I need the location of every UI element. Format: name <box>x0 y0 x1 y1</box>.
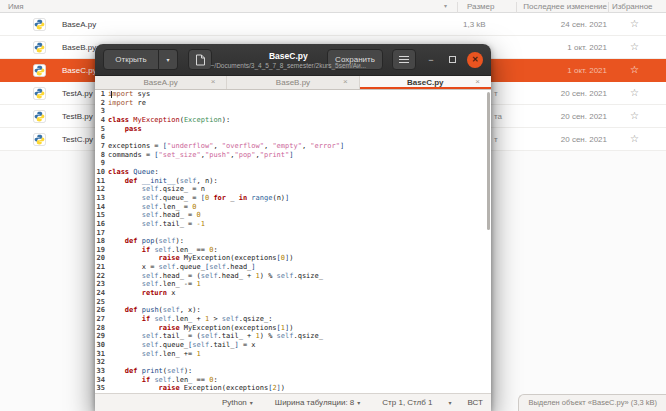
column-divider <box>457 2 458 13</box>
star-icon[interactable]: ☆ <box>630 18 639 30</box>
code-lines: 1import sys2import re34class MyException… <box>95 90 491 393</box>
line-number: 14 <box>95 203 108 212</box>
line-number: 7 <box>95 142 108 151</box>
code-line: 20 raise MyException(exceptions[0]) <box>95 254 491 263</box>
code-editor-area[interactable]: 1import sys2import re34class MyException… <box>95 90 491 393</box>
new-document-button[interactable] <box>188 49 212 70</box>
code-line: 9 <box>95 159 491 168</box>
code-line: 5 pass <box>95 125 491 134</box>
close-button[interactable]: ✕ <box>467 52 483 68</box>
open-button[interactable]: Открыть <box>103 49 159 70</box>
line-number: 23 <box>95 280 108 289</box>
column-header-starred[interactable]: Избранное <box>612 2 653 11</box>
file-modified-date: 20 сен. 2021 <box>561 135 607 144</box>
line-number: 27 <box>95 315 108 324</box>
line-number: 16 <box>95 220 108 229</box>
code-line: 6 <box>95 133 491 142</box>
tab-basea[interactable]: BaseA.py × <box>95 76 227 89</box>
line-number: 25 <box>95 298 108 307</box>
editor-statusbar: Python▾ Ширина табуляции: 8▾ Стр 1, Стлб… <box>95 393 491 411</box>
maximize-button[interactable] <box>446 55 458 65</box>
code-line: 4class MyException(Exception): <box>95 116 491 125</box>
editor-titlebar[interactable]: Открыть ▾ BaseC.py ~/Documents/3_4_5_7_8… <box>95 44 491 76</box>
maximize-icon <box>449 56 456 63</box>
star-icon[interactable]: ☆ <box>630 41 639 53</box>
line-number: 29 <box>95 332 108 341</box>
star-icon[interactable]: ☆ <box>630 133 639 145</box>
line-number: 2 <box>95 99 108 108</box>
line-number: 22 <box>95 272 108 281</box>
file-name: TestC.py <box>62 135 93 144</box>
code-line: 30 self.queue_[self.tail_] = x <box>95 341 491 350</box>
code-line: 16 self.tail_ = -1 <box>95 220 491 229</box>
chevron-down-icon[interactable]: ▾ <box>449 399 452 406</box>
file-list-header: Имя ▾ Размер Последнее изменение Избранн… <box>0 0 666 13</box>
window-title: BaseC.py ~/Documents/3_4_5_7_8_semester/… <box>211 51 367 69</box>
editor-window: Открыть ▾ BaseC.py ~/Documents/3_4_5_7_8… <box>95 44 491 411</box>
file-modified-date: 20 сен. 2021 <box>561 112 607 121</box>
code-line: 7exceptions = ["underflow", "overflow", … <box>95 142 491 151</box>
code-line: 28 raise MyException(exceptions[1]) <box>95 324 491 333</box>
code-line: 12 self.qsize_ = n <box>95 185 491 194</box>
python-file-icon <box>33 18 46 31</box>
tab-label: BaseB.py <box>276 78 310 87</box>
tab-basec-active[interactable]: BaseC.py × <box>360 76 491 89</box>
file-size: т <box>494 135 498 144</box>
insert-mode-indicator: ВСТ <box>468 398 483 407</box>
code-line: 31 self.len_ += 1 <box>95 350 491 359</box>
column-header-size[interactable]: Размер <box>467 2 495 11</box>
minimize-button[interactable]: − <box>425 55 437 65</box>
editor-tab-bar: BaseA.py × BaseB.py × BaseC.py × <box>95 76 491 90</box>
file-row-basea[interactable]: BaseA.py 1,3 kB 24 сен. 2021 ☆ <box>0 13 666 36</box>
selection-status-popup: Выделен объект «BaseC.py» (3,3 kB) <box>518 394 666 411</box>
line-number: 4 <box>95 116 108 125</box>
window-title-filename: BaseC.py <box>211 51 367 61</box>
chevron-down-icon: ▾ <box>357 400 360 406</box>
language-selector[interactable]: Python▾ <box>222 398 253 407</box>
python-file-icon <box>33 110 46 123</box>
file-modified-date: 20 сен. 2021 <box>561 89 607 98</box>
tab-close-icon[interactable]: × <box>211 77 216 86</box>
tab-width-selector[interactable]: Ширина табуляции: 8▾ <box>275 398 361 407</box>
cursor-position[interactable]: Стр 1, Стлб 1 <box>382 398 432 407</box>
chevron-down-icon: ▾ <box>166 56 169 63</box>
code-line: 21 x = self.queue_[self.head_] <box>95 263 491 272</box>
code-line: 32 <box>95 358 491 367</box>
line-number: 18 <box>95 237 108 246</box>
editor-scrollbar[interactable] <box>487 92 490 230</box>
column-header-modified[interactable]: Последнее изменение <box>523 2 607 11</box>
tab-baseb[interactable]: BaseB.py × <box>227 76 359 89</box>
code-line: 22 self.head_ = (self.head_ + 1) % self.… <box>95 272 491 281</box>
tab-label: BaseC.py <box>407 78 443 87</box>
file-name: BaseB.py <box>62 43 96 52</box>
line-number: 10 <box>95 168 108 177</box>
python-file-icon <box>33 64 46 77</box>
new-document-icon <box>195 54 206 66</box>
file-modified-date: 1 окт. 2021 <box>567 43 607 52</box>
python-file-icon <box>33 41 46 54</box>
line-number: 35 <box>95 384 108 393</box>
line-number: 5 <box>95 125 108 134</box>
line-number: 28 <box>95 324 108 333</box>
tab-close-icon[interactable]: × <box>475 77 480 86</box>
star-icon[interactable]: ☆ <box>630 87 639 99</box>
code-line: 24 return x <box>95 289 491 298</box>
code-line: 18 def pop(self): <box>95 237 491 246</box>
file-size: та <box>494 112 502 121</box>
hamburger-menu-button[interactable] <box>392 49 416 70</box>
line-number: 17 <box>95 229 108 238</box>
line-number: 11 <box>95 177 108 186</box>
line-number: 34 <box>95 376 108 385</box>
tab-close-icon[interactable]: × <box>343 77 348 86</box>
open-dropdown-button[interactable]: ▾ <box>159 49 178 70</box>
desktop: Имя ▾ Размер Последнее изменение Избранн… <box>0 0 666 411</box>
line-number: 24 <box>95 289 108 298</box>
star-icon[interactable]: ☆ <box>630 110 639 122</box>
code-line: 29 self.tail_ = (self.tail_ + 1) % self.… <box>95 332 491 341</box>
star-icon[interactable]: ☆ <box>630 64 639 76</box>
code-line: 17 <box>95 229 491 238</box>
line-number: 21 <box>95 263 108 272</box>
line-number: 1 <box>95 90 108 99</box>
column-header-name[interactable]: Имя <box>8 2 24 11</box>
line-number: 19 <box>95 246 108 255</box>
